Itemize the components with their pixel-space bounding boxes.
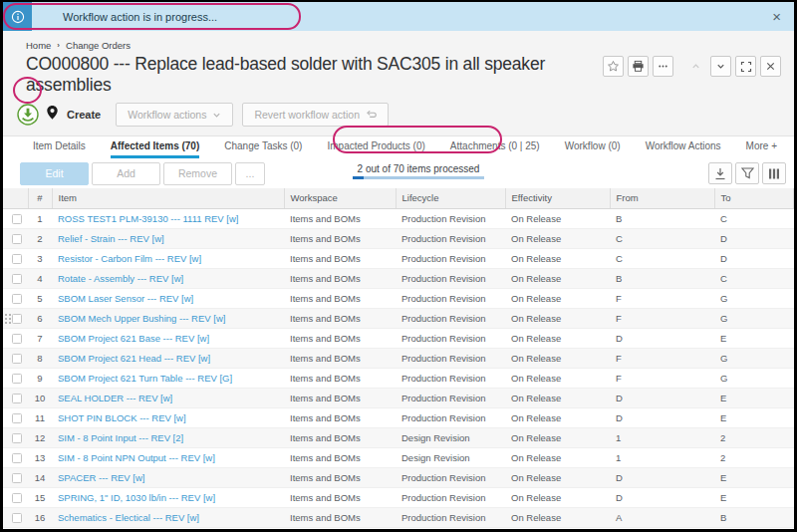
filter-icon[interactable] xyxy=(735,162,759,184)
row-checkbox[interactable] xyxy=(12,274,22,284)
cell-effectivity: On Release xyxy=(505,268,610,288)
row-checkbox[interactable] xyxy=(12,354,22,364)
row-checkbox[interactable] xyxy=(12,513,22,523)
workflow-actions-button[interactable]: Workflow actions xyxy=(116,103,233,127)
row-checkbox[interactable] xyxy=(12,374,22,384)
row-checkbox[interactable] xyxy=(12,413,22,423)
breadcrumb-home[interactable]: Home xyxy=(26,40,51,51)
item-link[interactable]: SBOM Project 621 Head --- REV [w] xyxy=(58,353,210,364)
table-row[interactable]: 3Resistor - Carbon Film --- REV [w]Items… xyxy=(3,248,794,268)
row-checkbox[interactable] xyxy=(12,234,22,244)
table-row[interactable]: 10SEAL HOLDER --- REV [w]Items and BOMsP… xyxy=(3,388,794,407)
tab-more[interactable]: More + xyxy=(746,136,777,158)
chevron-down-icon[interactable] xyxy=(710,56,731,77)
row-checkbox[interactable] xyxy=(12,433,22,443)
tab-change-tasks-0[interactable]: Change Tasks (0) xyxy=(224,136,302,158)
tab-affected-items-70[interactable]: Affected Items (70) xyxy=(111,136,199,158)
row-checkbox[interactable] xyxy=(12,214,22,224)
download-icon[interactable] xyxy=(708,162,732,184)
print-icon[interactable] xyxy=(628,56,649,77)
close-icon[interactable] xyxy=(760,56,781,77)
row-checkbox[interactable] xyxy=(12,314,22,324)
more-ellipsis-icon[interactable] xyxy=(653,56,673,77)
cell-from: C xyxy=(610,228,714,248)
cell-to: 2 xyxy=(714,527,794,529)
table-row[interactable]: 8SBOM Project 621 Head --- REV [w]Items … xyxy=(3,348,794,368)
table-row[interactable]: 14SPACER --- REV [w]Items and BOMsProduc… xyxy=(3,467,794,487)
tab-item-details[interactable]: Item Details xyxy=(33,136,86,158)
revert-workflow-action-button[interactable]: Revert workflow action xyxy=(242,103,389,127)
table-row[interactable]: 9SBOM Project 621 Turn Table --- REV [G]… xyxy=(3,368,794,388)
item-link[interactable]: Resistor - Carbon Film --- REV [w] xyxy=(58,253,201,264)
item-link[interactable]: Schematics - Electical --- REV [w] xyxy=(58,512,199,523)
more-button[interactable]: ... xyxy=(235,162,265,185)
row-checkbox[interactable] xyxy=(12,453,22,463)
item-link[interactable]: SIM - 8 Point Input --- REV [2] xyxy=(58,432,183,443)
cell-from: D xyxy=(610,388,714,407)
table-row[interactable]: 4Rotate - Assembly --- REV [w]Items and … xyxy=(3,268,794,288)
row-number: 10 xyxy=(28,388,52,407)
item-link[interactable]: SEAL HOLDER --- REV [w] xyxy=(58,393,172,403)
item-link[interactable]: SBOM Mech Upper Bushing --- REV [w] xyxy=(58,313,225,324)
cell-from: B xyxy=(610,208,714,228)
create-button[interactable]: Create xyxy=(67,109,101,121)
columns-icon[interactable] xyxy=(762,162,786,184)
table-row[interactable]: 6SBOM Mech Upper Bushing --- REV [w]Item… xyxy=(3,308,794,328)
row-checkbox[interactable] xyxy=(12,473,22,483)
item-link[interactable]: SBOM Project 621 Turn Table --- REV [G] xyxy=(58,373,232,384)
header-item[interactable]: Item xyxy=(52,188,284,208)
tab-attachments-0-25[interactable]: Attachments (0 | 25) xyxy=(450,136,540,158)
cell-lifecycle: Production Revision xyxy=(396,407,505,427)
item-link[interactable]: SHOT PIN BLOCK --- REV [w] xyxy=(58,412,186,423)
cell-workspace: Items and BOMs xyxy=(284,487,396,507)
tab-impacted-products-0[interactable]: Impacted Products (0) xyxy=(327,136,424,158)
add-button[interactable]: Add xyxy=(92,162,160,185)
item-link[interactable]: Rotate - Assembly --- REV [w] xyxy=(58,273,183,284)
table-row[interactable]: 15SPRING, 1" ID, 1030 lb/in --- REV [w]I… xyxy=(3,487,794,507)
header-workspace[interactable]: Workspace xyxy=(284,188,396,208)
table-row[interactable]: 12SIM - 8 Point Input --- REV [2]Items a… xyxy=(3,427,794,447)
item-link[interactable]: SBOM Laser Sensor --- REV [w] xyxy=(58,293,193,304)
favorite-star-icon[interactable] xyxy=(603,56,624,77)
row-checkbox[interactable] xyxy=(12,493,22,503)
cell-workspace: Items and BOMs xyxy=(284,388,396,407)
fullscreen-icon[interactable] xyxy=(735,56,756,77)
import-green-icon[interactable] xyxy=(17,104,39,126)
table-row[interactable]: 2Relief - Strain --- REV [w]Items and BO… xyxy=(3,228,794,248)
table-row[interactable]: 1ROSS TEST1 PLM-39130 --- 1111 REV [w]It… xyxy=(3,208,794,228)
table-row[interactable]: 13SIM - 8 Point NPN Output --- REV [w]It… xyxy=(3,447,794,467)
tab-workflow-actions[interactable]: Workflow Actions xyxy=(646,136,721,158)
header-number[interactable]: # xyxy=(28,188,52,208)
row-checkbox[interactable] xyxy=(12,254,22,264)
table-row[interactable]: 5SBOM Laser Sensor --- REV [w]Items and … xyxy=(3,288,794,308)
item-link[interactable]: Relief - Strain --- REV [w] xyxy=(58,233,164,244)
item-link[interactable]: SIM - 8 Point NPN Output --- REV [w] xyxy=(58,452,215,463)
item-link[interactable]: ROSS TEST1 PLM-39130 --- 1111 REV [w] xyxy=(58,213,238,224)
row-checkbox[interactable] xyxy=(12,394,22,403)
header-to[interactable]: To xyxy=(714,188,794,208)
tab-workflow-0[interactable]: Workflow (0) xyxy=(565,136,621,158)
edit-button[interactable]: Edit xyxy=(20,162,89,185)
header-effectivity[interactable]: Effectivity xyxy=(505,188,610,208)
item-link[interactable]: SBOM Project 621 Base --- REV [w] xyxy=(58,333,209,344)
table-row[interactable]: 7SBOM Project 621 Base --- REV [w]Items … xyxy=(3,328,794,348)
drag-handle-icon[interactable] xyxy=(4,313,11,325)
table-row[interactable]: 16Schematics - Electical --- REV [w]Item… xyxy=(3,507,794,527)
remove-button[interactable]: Remove xyxy=(163,162,232,185)
row-number: 17 xyxy=(28,527,52,529)
item-link[interactable]: SPACER --- REV [w] xyxy=(58,472,144,483)
row-number: 12 xyxy=(28,427,52,447)
cell-lifecycle: Production Revision xyxy=(396,487,505,507)
table-row[interactable]: 17Screw - Cap, Button Head, S. S. --- RE… xyxy=(3,527,794,529)
row-checkbox[interactable] xyxy=(12,334,22,344)
item-link[interactable]: SPRING, 1" ID, 1030 lb/in --- REV [w] xyxy=(58,492,215,503)
location-pin-icon[interactable] xyxy=(47,106,58,124)
row-number: 13 xyxy=(28,447,52,467)
table-row[interactable]: 11SHOT PIN BLOCK --- REV [w]Items and BO… xyxy=(3,407,794,427)
breadcrumb-change-orders[interactable]: Change Orders xyxy=(66,40,131,51)
cell-from: B xyxy=(610,268,714,288)
row-checkbox[interactable] xyxy=(12,294,22,304)
header-lifecycle[interactable]: Lifecycle xyxy=(396,188,505,208)
banner-close-icon[interactable]: × xyxy=(772,9,781,24)
header-from[interactable]: From xyxy=(610,188,714,208)
